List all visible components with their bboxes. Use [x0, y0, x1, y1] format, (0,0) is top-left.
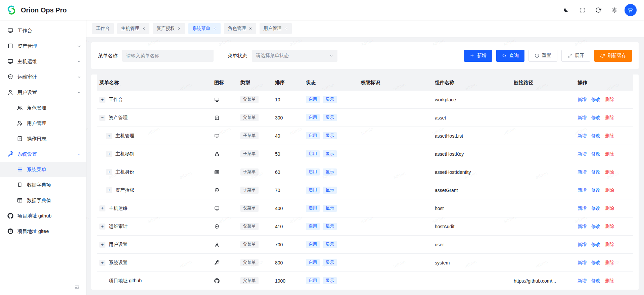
close-icon[interactable]	[213, 27, 217, 30]
settings-button[interactable]	[608, 4, 620, 16]
row-add-link[interactable]: 新增	[578, 169, 587, 175]
sidebar-collapse-button[interactable]	[73, 284, 81, 291]
table-header-cell: 操作	[578, 80, 633, 86]
expand-row-toggle[interactable]: +	[106, 187, 112, 193]
tab-1[interactable]: 主机管理	[117, 23, 149, 34]
sidebar-item-user[interactable]: 用户设置	[0, 85, 86, 100]
row-add-link[interactable]: 新增	[578, 224, 587, 230]
sidebar-item-gitee[interactable]: 项目地址 gitee	[0, 224, 86, 239]
sidebar-item-user-edit[interactable]: 用户管理	[0, 115, 86, 131]
sidebar-item-dict-value[interactable]: 数据字典值	[0, 193, 86, 208]
cell-sort: 40	[275, 133, 306, 139]
sidebar-item-roles[interactable]: 角色管理	[0, 100, 86, 115]
row-delete-link[interactable]: 删除	[605, 187, 614, 193]
row-edit-link[interactable]: 修改	[591, 97, 600, 103]
cell-status: 启用显示	[306, 241, 361, 248]
row-edit-link[interactable]: 修改	[591, 205, 600, 211]
theme-button[interactable]	[560, 4, 572, 16]
sidebar-item-github[interactable]: 项目地址 github	[0, 208, 86, 224]
cell-icon	[214, 188, 240, 193]
row-delete-link[interactable]: 删除	[605, 97, 614, 103]
close-icon[interactable]	[249, 27, 252, 30]
expand-row-toggle[interactable]: +	[99, 224, 105, 230]
row-edit-link[interactable]: 修改	[591, 260, 600, 266]
row-delete-link[interactable]: 删除	[605, 115, 614, 121]
table-row: +主机身份子菜单60启用显示assetHostIdentity新增修改删除	[97, 163, 633, 181]
row-add-link[interactable]: 新增	[578, 242, 587, 248]
menu-name-label: 菜单名称	[98, 53, 118, 59]
chevron-up-icon	[77, 90, 81, 95]
expand-button[interactable]: 展开	[561, 50, 590, 62]
tab-5[interactable]: 用户管理	[260, 23, 292, 34]
row-edit-link[interactable]: 修改	[591, 224, 600, 230]
close-icon[interactable]	[142, 27, 145, 30]
cell-icon	[214, 115, 240, 120]
sidebar-item-asset[interactable]: 资产管理	[0, 38, 86, 54]
row-add-link[interactable]: 新增	[578, 205, 587, 211]
add-button[interactable]: 新增	[464, 50, 492, 62]
type-tag: 父菜单	[240, 114, 259, 121]
close-icon[interactable]	[284, 27, 288, 30]
row-delete-link[interactable]: 删除	[605, 278, 614, 284]
github-icon	[7, 213, 13, 219]
menu-name-input[interactable]	[122, 50, 214, 62]
expand-row-toggle[interactable]: +	[106, 151, 112, 157]
fullscreen-button[interactable]	[576, 4, 588, 16]
row-add-link[interactable]: 新增	[578, 278, 587, 284]
sidebar-item-audit[interactable]: 运维审计	[0, 69, 86, 85]
cell-menu-name: +主机运维	[97, 205, 214, 211]
row-add-link[interactable]: 新增	[578, 133, 587, 139]
refresh-button[interactable]	[592, 4, 604, 16]
sidebar-item-log[interactable]: 操作日志	[0, 131, 86, 146]
expand-row-toggle[interactable]: +	[106, 133, 112, 139]
row-edit-link[interactable]: 修改	[591, 278, 600, 284]
row-delete-link[interactable]: 删除	[605, 260, 614, 266]
expand-row-toggle[interactable]: +	[106, 169, 112, 175]
row-delete-link[interactable]: 删除	[605, 224, 614, 230]
table-row: +资产授权子菜单70启用显示assetGrant新增修改删除	[97, 181, 633, 199]
collapse-row-toggle[interactable]: −	[99, 115, 105, 121]
status-visible-tag: 显示	[323, 259, 337, 266]
cell-icon	[214, 151, 240, 157]
cell-type: 子菜单	[240, 187, 275, 194]
row-edit-link[interactable]: 修改	[591, 151, 600, 157]
expand-row-toggle[interactable]: +	[99, 205, 105, 211]
close-icon[interactable]	[178, 27, 181, 30]
row-add-link[interactable]: 新增	[578, 151, 587, 157]
row-edit-link[interactable]: 修改	[591, 133, 600, 139]
search-button[interactable]: 查询	[496, 50, 524, 62]
sidebar-item-tool[interactable]: 系统设置	[0, 146, 86, 162]
avatar[interactable]: 管	[625, 4, 637, 16]
tab-4[interactable]: 角色管理	[224, 23, 256, 34]
row-delete-link[interactable]: 删除	[605, 205, 614, 211]
reset-button[interactable]: 重置	[528, 50, 557, 62]
sidebar-item-workbench[interactable]: 工作台	[0, 23, 86, 38]
tab-0[interactable]: 工作台	[92, 23, 114, 34]
sidebar-item-dict-item[interactable]: 数据字典项	[0, 177, 86, 193]
refresh-icon	[535, 53, 539, 58]
row-edit-link[interactable]: 修改	[591, 242, 600, 248]
row-delete-link[interactable]: 删除	[605, 151, 614, 157]
expand-row-toggle[interactable]: +	[99, 260, 105, 266]
tab-label: 角色管理	[228, 26, 246, 32]
sidebar-item-host[interactable]: 主机运维	[0, 54, 86, 69]
sidebar-item-menu[interactable]: 系统菜单	[0, 162, 86, 177]
row-add-link[interactable]: 新增	[578, 115, 587, 121]
expand-row-toggle[interactable]: +	[99, 97, 105, 103]
row-delete-link[interactable]: 删除	[605, 169, 614, 175]
tab-3[interactable]: 系统菜单	[188, 23, 221, 34]
row-add-link[interactable]: 新增	[578, 187, 587, 193]
row-delete-link[interactable]: 删除	[605, 242, 614, 248]
row-edit-link[interactable]: 修改	[591, 187, 600, 193]
sidebar-item-label: 运维审计	[17, 74, 37, 80]
row-edit-link[interactable]: 修改	[591, 115, 600, 121]
refresh-cache-button[interactable]: 刷新缓存	[594, 50, 632, 62]
row-edit-link[interactable]: 修改	[591, 169, 600, 175]
type-tag: 父菜单	[240, 277, 259, 284]
row-add-link[interactable]: 新增	[578, 97, 587, 103]
row-delete-link[interactable]: 删除	[605, 133, 614, 139]
expand-row-toggle[interactable]: +	[99, 242, 105, 248]
menu-status-select[interactable]: 请选择菜单状态	[252, 50, 337, 62]
tab-2[interactable]: 资产授权	[153, 23, 185, 34]
row-add-link[interactable]: 新增	[578, 260, 587, 266]
